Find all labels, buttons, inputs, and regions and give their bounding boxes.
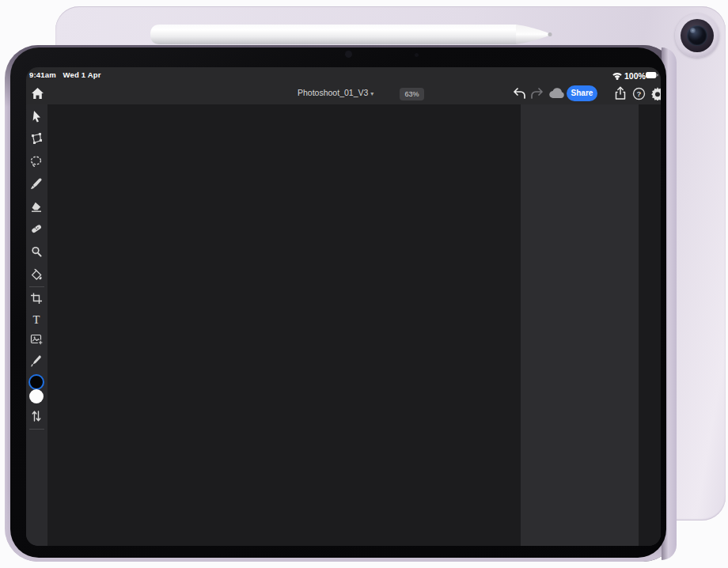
- svg-text:100%: 100%: [624, 71, 646, 81]
- svg-text:?: ?: [637, 89, 642, 98]
- svg-text:T: T: [33, 313, 40, 326]
